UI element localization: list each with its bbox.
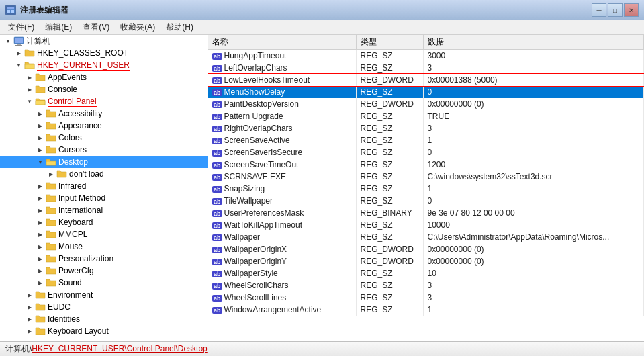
cell-data: 0 [423,86,644,98]
table-row[interactable]: abWallpaperREG_SZC:\Users\Administrator\… [208,231,644,243]
table-row[interactable]: abMenuShowDelayREG_SZ0 [208,86,644,98]
tree-node-console[interactable]: ▶ Console [0,83,208,95]
expand-btn-colors[interactable]: ▶ [35,132,46,143]
menu-item-v[interactable]: 查看(V) [77,20,115,34]
menu-item-e[interactable]: 编辑(E) [40,20,77,34]
expand-btn-personalization[interactable]: ▶ [35,253,46,264]
expand-btn-dontload[interactable]: ▶ [46,169,56,179]
expand-btn-hkcu[interactable]: ▼ [13,60,24,71]
tree-node-appevents[interactable]: ▶ AppEvents [0,71,208,83]
tree-node-cursors[interactable]: ▶ Cursors [0,144,208,156]
tree-node-mmcpl[interactable]: ▶ MMCPL [0,228,208,240]
expand-btn-identities[interactable]: ▶ [24,314,35,324]
menu-item-a[interactable]: 收藏夹(A) [115,20,160,34]
table-row[interactable]: abHungAppTimeoutREG_SZ3000 [208,50,644,62]
table-row[interactable]: abPaintDesktopVersionREG_DWORD0x00000000… [208,98,644,110]
expand-btn-international[interactable]: ▶ [35,205,46,216]
close-button[interactable]: ✕ [624,3,639,17]
expand-btn-environment[interactable]: ▶ [24,290,35,300]
expand-btn-infrared[interactable]: ▶ [35,181,46,191]
expand-btn-controlpanel[interactable]: ▼ [24,96,35,107]
table-row[interactable]: abLeftOverlapCharsREG_SZ3 [208,62,644,74]
values-panel[interactable]: 名称 类型 数据 abHungAppTimeoutREG_SZ3000abLef… [208,35,644,341]
table-row[interactable]: abPattern UpgradeREG_SZTRUE [208,110,644,122]
tree-node-keyboard[interactable]: ▶ Keyboard [0,216,208,228]
table-row[interactable]: abSnapSizingREG_SZ1 [208,183,644,195]
table-row[interactable]: abSCRNSAVE.EXEREG_SZC:\windows\system32\… [208,171,644,183]
expand-btn-appevents[interactable]: ▶ [24,72,35,83]
cell-data: 3 [423,279,644,292]
tree-node-sound[interactable]: ▶ Sound [0,277,208,289]
expand-btn-computer[interactable]: ▼ [3,36,13,46]
node-label-inputmethod: Input Method [58,193,105,203]
tree-node-keyboardlayout[interactable]: ▶ Keyboard Layout [0,325,208,337]
expand-btn-keyboardlayout[interactable]: ▶ [24,326,35,337]
expand-btn-hkcr[interactable]: ▶ [13,48,24,58]
table-row[interactable]: abTileWallpaperREG_SZ0 [208,195,644,207]
expand-btn-keyboard[interactable]: ▶ [35,217,46,228]
tree-node-accessibility[interactable]: ▶ Accessibility [0,107,208,120]
expand-btn-mmcpl[interactable]: ▶ [35,229,46,240]
tree-node-dontload[interactable]: ▶ don't load [0,168,208,180]
tree-node-hkcr[interactable]: ▶ HKEY_CLASSES_ROOT [0,47,208,59]
tree-panel[interactable]: ▼ 计算机▶ HKEY_CLASSES_ROOT▼ HKEY_CURRENT_U… [0,35,208,341]
expand-btn-console[interactable]: ▶ [24,84,35,95]
tree-node-identities[interactable]: ▶ Identities [0,313,208,325]
menu-item-h[interactable]: 帮助(H) [160,20,199,34]
cell-name: abWallpaperStyle [208,267,356,279]
tree-node-infrared[interactable]: ▶ Infrared [0,180,208,192]
tree-node-desktop[interactable]: ▼ Desktop [0,156,208,168]
expand-btn-eudc[interactable]: ▶ [24,302,35,312]
table-row[interactable]: abScreenSaveTimeOutREG_SZ1200 [208,159,644,171]
expand-btn-sound[interactable]: ▶ [35,277,46,288]
table-row[interactable]: abScreenSaverIsSecureREG_SZ0 [208,146,644,159]
expand-btn-mouse[interactable]: ▶ [35,241,46,252]
tree-node-eudc[interactable]: ▶ EUDC [0,301,208,313]
table-row[interactable]: abUserPreferencesMaskREG_BINARY9e 3e 07 … [208,207,644,219]
value-name: Pattern Upgrade [224,112,283,121]
expand-btn-cursors[interactable]: ▶ [35,144,46,155]
table-row[interactable]: abWallpaperStyleREG_SZ10 [208,267,644,279]
table-row[interactable]: abRightOverlapCharsREG_SZ3 [208,122,644,134]
table-row[interactable]: abWheelScrollCharsREG_SZ3 [208,279,644,292]
folder-icon-eudc [35,302,46,312]
tree-node-computer[interactable]: ▼ 计算机 [0,35,208,47]
maximize-button[interactable]: □ [608,3,623,17]
value-name: PaintDesktopVersion [224,99,299,109]
tree-node-colors[interactable]: ▶ Colors [0,132,208,144]
reg-type-icon: ab [212,210,222,217]
tree-node-inputmethod[interactable]: ▶ Input Method [0,192,208,204]
expand-btn-desktop[interactable]: ▼ [35,157,46,167]
table-row[interactable]: abLowLevelHooksTimeoutREG_DWORD0x0000138… [208,74,644,86]
tree-node-appearance[interactable]: ▶ Appearance [0,120,208,132]
table-row[interactable]: abWallpaperOriginXREG_DWORD0x00000000 (0… [208,243,644,255]
tree-node-mouse[interactable]: ▶ Mouse [0,240,208,253]
node-label-environment: Environment [48,290,93,300]
tree-node-personalization[interactable]: ▶ Personalization [0,253,208,265]
svg-rect-2 [7,10,10,13]
cell-type: REG_SZ [356,110,423,122]
table-row[interactable]: abWheelScrollLinesREG_SZ3 [208,292,644,304]
cell-type: REG_SZ [356,195,423,207]
cell-data: 0x00000000 (0) [423,255,644,267]
cell-data: C:\windows\system32\ssText3d.scr [423,171,644,183]
tree-node-environment[interactable]: ▶ Environment [0,289,208,301]
menu-item-f[interactable]: 文件(F) [3,20,40,34]
reg-type-icon: ab [212,271,222,277]
table-row[interactable]: abWindowArrangementActiveREG_SZ1 [208,304,644,316]
tree-node-powercfg[interactable]: ▶ PowerCfg [0,265,208,277]
expand-btn-appearance[interactable]: ▶ [35,120,46,131]
tree-node-hkcu[interactable]: ▼ HKEY_CURRENT_USER [0,59,208,71]
table-row[interactable]: abScreenSaveActiveREG_SZ1 [208,134,644,146]
value-name: WallpaperStyle [224,269,278,278]
minimize-button[interactable]: ─ [592,3,606,17]
expand-btn-inputmethod[interactable]: ▶ [35,193,46,204]
cell-name: abLowLevelHooksTimeout [208,74,356,86]
expand-btn-accessibility[interactable]: ▶ [35,108,46,119]
folder-icon-hkcu [24,60,35,70]
table-row[interactable]: abWaitToKillAppTimeoutREG_SZ10000 [208,219,644,231]
table-row[interactable]: abWallpaperOriginYREG_DWORD0x00000000 (0… [208,255,644,267]
expand-btn-powercfg[interactable]: ▶ [35,265,46,276]
tree-node-controlpanel[interactable]: ▼ Control Panel [0,95,208,107]
tree-node-international[interactable]: ▶ International [0,204,208,216]
